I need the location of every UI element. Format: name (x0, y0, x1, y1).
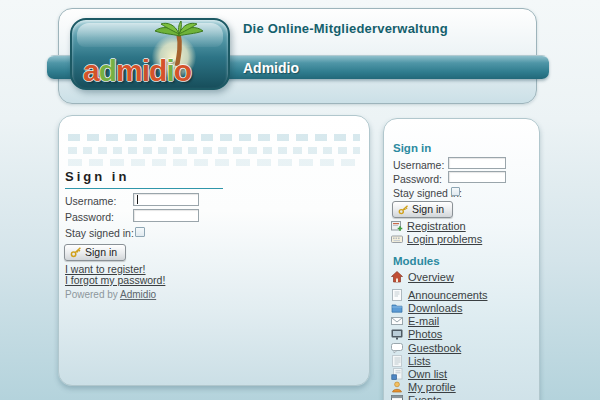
admidio-logo[interactable]: admidio (70, 18, 230, 90)
forgot-password-link[interactable]: I forgot my password! (65, 274, 165, 286)
keyboard-icon (391, 233, 403, 245)
logo-letter: a (83, 54, 99, 87)
organization-name: Admidio (243, 60, 299, 76)
watermark-texture (68, 147, 360, 154)
username-field-wrap (133, 193, 199, 206)
module-link-lists[interactable]: Lists (408, 355, 431, 367)
own-list-icon (391, 368, 403, 380)
module-link-own-list[interactable]: Own list (408, 368, 447, 380)
logo-letter: i (142, 54, 149, 87)
logo-letter: m (116, 54, 142, 87)
sign-in-button[interactable]: Sign in (64, 244, 126, 261)
watermark-texture (68, 159, 360, 166)
page-title: Sign in (65, 169, 223, 189)
main-login-panel: Sign in Username: Password: Stay signed … (58, 115, 370, 386)
password-input[interactable] (133, 209, 199, 222)
password-label: Password: (65, 211, 114, 223)
speech-bubble-icon (391, 342, 403, 354)
text-caret (137, 195, 138, 204)
sidebar-password-input[interactable] (448, 171, 506, 183)
powered-by-text: Powered by (65, 289, 118, 300)
module-link-downloads[interactable]: Downloads (408, 302, 462, 314)
logo-wordmark: admidio (83, 56, 191, 86)
envelope-icon (391, 315, 403, 327)
key-icon (398, 204, 409, 215)
stay-signed-in-checkbox[interactable] (135, 227, 145, 237)
registration-icon (391, 220, 403, 232)
sidebar: Sign in Username: Password: Stay signed … (383, 118, 540, 400)
module-item-my-profile: My profile (391, 381, 488, 394)
module-item-overview: Overview (391, 270, 488, 283)
sign-in-button-label: Sign in (85, 246, 117, 258)
stay-signed-in-label: Stay signed in: (65, 227, 134, 239)
photo-icon (391, 328, 403, 340)
username-label: Username: (65, 195, 116, 207)
sidebar-username-input[interactable] (448, 157, 506, 169)
sidebar-modules-title: Modules (393, 255, 440, 267)
module-link-email[interactable]: E-mail (408, 315, 439, 327)
logo-letter: o (174, 54, 191, 87)
module-link-announcements[interactable]: Announcements (408, 289, 488, 301)
house-icon (391, 271, 403, 283)
username-input[interactable] (133, 193, 199, 206)
modules-list: Overview Announcements Downloads E-mail (391, 270, 488, 400)
module-link-guestbook[interactable]: Guestbook (408, 342, 461, 354)
calendar-icon (391, 394, 403, 400)
logo-letter: d (99, 54, 116, 87)
module-item-email: E-mail (391, 315, 488, 328)
module-link-events[interactable]: Events (408, 394, 442, 400)
sidebar-password-label: Password: (393, 173, 442, 185)
sidebar-username-wrap (448, 157, 506, 169)
module-item-photos: Photos (391, 328, 488, 341)
module-item-own-list: Own list (391, 367, 488, 380)
announcement-icon (391, 289, 403, 301)
login-problems-link[interactable]: Login problems (407, 233, 482, 245)
module-item-downloads: Downloads (391, 301, 488, 314)
sidebar-signin-title: Sign in (393, 142, 431, 154)
sidebar-sign-in-button-label: Sign in (412, 203, 444, 215)
sidebar-password-wrap (448, 171, 506, 183)
module-item-guestbook: Guestbook (391, 341, 488, 354)
logo-letter: d (149, 54, 166, 87)
module-item-events: Events (391, 394, 488, 400)
folder-icon (391, 302, 403, 314)
sidebar-username-label: Username: (393, 159, 444, 171)
module-item-announcements: Announcements (391, 288, 488, 301)
module-link-photos[interactable]: Photos (408, 328, 442, 340)
password-field-wrap (133, 209, 199, 222)
list-icon (391, 355, 403, 367)
sidebar-stay-signed-in-checkbox[interactable] (451, 187, 460, 196)
watermark-texture (68, 134, 360, 141)
site-tagline: Die Online-Mitgliederverwaltung (243, 21, 448, 36)
logo-letter: i (166, 54, 173, 87)
module-link-overview[interactable]: Overview (408, 271, 454, 283)
person-icon (391, 381, 403, 393)
registration-row: Registration (391, 220, 466, 232)
powered-by: Powered by Admidio (65, 289, 156, 300)
sidebar-sign-in-button[interactable]: Sign in (392, 201, 453, 218)
key-icon (70, 246, 82, 258)
admidio-link[interactable]: Admidio (120, 289, 156, 300)
module-item-lists: Lists (391, 354, 488, 367)
module-link-my-profile[interactable]: My profile (408, 381, 456, 393)
registration-link[interactable]: Registration (407, 220, 466, 232)
login-problems-row: Login problems (391, 233, 482, 245)
